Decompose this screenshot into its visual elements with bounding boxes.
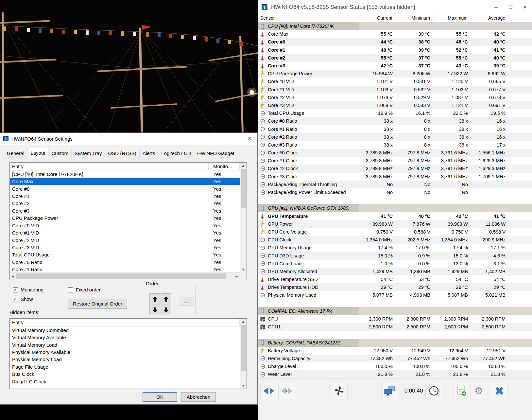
- sensor-row-package-ring-thermal-throttling[interactable]: Package/Ring Thermal ThrottlingNoNoNo: [258, 181, 532, 188]
- column-sensor[interactable]: Sensor: [258, 14, 359, 22]
- hidden-item-virtual-memory-available[interactable]: Virtual Memory Available: [10, 334, 240, 341]
- sensor-row-core-max[interactable]: Core Max55 °C39 °C55 °C42 °C: [258, 30, 532, 38]
- scroll-up-icon[interactable]: ▲: [240, 319, 247, 324]
- move-top-button[interactable]: [161, 293, 171, 304]
- sensor-row-remaining-capacity[interactable]: Remaining Capacity77.452 Wh77.452 Wh77.4…: [258, 355, 532, 362]
- scroll-down-icon[interactable]: ▼: [240, 383, 247, 389]
- sensor-row-drive-temperature-hdd[interactable]: Drive Temperature HDD29 °C29 °C29 °C29 °…: [258, 283, 532, 291]
- column-entry[interactable]: Entry: [10, 319, 240, 326]
- scroll-up-icon[interactable]: ▲: [240, 163, 247, 168]
- move-bottom-button[interactable]: [161, 305, 171, 315]
- hidden-item-virtual-memory-load[interactable]: Virtual Memory Load: [10, 341, 240, 348]
- entry-item-core-1[interactable]: Core #1Yes: [10, 192, 240, 200]
- sensor-row-core-3-clock[interactable]: Core #3 Clock3,789.8 MHz797.8 MHz3,791.6…: [258, 173, 532, 181]
- report-button[interactable]: [453, 383, 470, 399]
- sensor-group-compal-ec-alienware-17-r4[interactable]: COMPAL EC: Alienware 17 R4: [258, 307, 532, 315]
- column-monitoring[interactable]: Monito...: [209, 163, 240, 170]
- ok-button[interactable]: OK: [143, 392, 177, 402]
- sensor-row-core-0[interactable]: Core #044 °C38 °C48 °C40 °C: [258, 38, 532, 46]
- restore-original-order-button[interactable]: Restore Original Order: [68, 299, 127, 309]
- hidden-item-ring-llc-clock[interactable]: Ring/LLC Clock: [10, 378, 240, 385]
- sensor-row-gpu-clock[interactable]: GPU Clock1,354.0 MHz202.5 MHz1,354.0 MHz…: [258, 236, 532, 244]
- sensor-row-physical-memory-used[interactable]: Physical Memory Used5,077 MB4,993 MB5,08…: [258, 291, 532, 299]
- sensor-row-core-2-clock[interactable]: Core #2 Clock3,789.8 MHz797.8 MHz3,791.6…: [258, 165, 532, 172]
- nav-back-forward-button[interactable]: [260, 383, 277, 399]
- entry-item-total-cpu-usage[interactable]: Total CPU UsageYes: [10, 251, 240, 258]
- sensor-row-total-cpu-usage[interactable]: Total CPU Usage19.9 %16.1 %22.0 %19.5 %: [258, 109, 532, 117]
- entry-item-core-2-vid[interactable]: Core #2 VIDYes: [10, 236, 240, 244]
- sensor-row-gpu-power[interactable]: GPU Power39.983 W7.876 W39.983 W11.096 W: [258, 220, 532, 228]
- sensor-row-core-3[interactable]: Core #342 °C37 °C43 °C39 °C: [258, 62, 532, 70]
- column-entry[interactable]: Entry: [10, 163, 209, 170]
- logging-clock-button[interactable]: [425, 383, 442, 399]
- sensor-row-gpu-temperature[interactable]: GPU Temperature41 °C40 °C42 °C41 °C: [258, 212, 532, 220]
- order-separator-button[interactable]: [179, 297, 194, 306]
- entry-list-vscrollbar[interactable]: ▲ ▼: [240, 163, 247, 272]
- move-down-button[interactable]: [149, 305, 160, 315]
- tab-custom[interactable]: Custom: [48, 149, 72, 158]
- hidden-list-vscrollbar[interactable]: ▲ ▼: [240, 319, 247, 389]
- entry-list[interactable]: Entry Monito... [CPU [#0]: Intel Core i7…: [9, 162, 247, 280]
- column-current[interactable]: Current: [359, 14, 396, 22]
- hidden-item-page-file-usage[interactable]: Page File Usage: [10, 363, 240, 370]
- entry-item-core-0-ratio[interactable]: Core #0 RatioYes: [10, 258, 240, 266]
- sensor-row-gpu-memory-allocated[interactable]: GPU Memory Allocated1,429 MB1,390 MB1,42…: [258, 268, 532, 275]
- column-maximum[interactable]: Maximum: [434, 14, 471, 22]
- dialog-close-button[interactable]: ✕: [244, 134, 256, 143]
- sensor-row-charge-level[interactable]: Charge Level100.0 %100.0 %100.0 %100.0 %: [258, 362, 532, 370]
- sensor-row-core-1[interactable]: Core #148 °C39 °C52 °C41 °C: [258, 46, 532, 54]
- sensor-row-core-1-clock[interactable]: Core #1 Clock3,789.8 MHz797.8 MHz3,791.6…: [258, 157, 532, 165]
- tab-general[interactable]: General: [4, 149, 27, 158]
- column-minimum[interactable]: Minimum: [396, 14, 434, 22]
- sensor-row-cpu-package-power[interactable]: CPU Package Power15.984 W8.206 W17.922 W…: [258, 70, 532, 78]
- hidden-item-physical-memory-load[interactable]: Physical Memory Load: [10, 356, 240, 363]
- hidden-item-physical-memory-available[interactable]: Physical Memory Available: [10, 348, 240, 356]
- sensor-row-core-2-ratio[interactable]: Core #2 Ratio38 x8 x38 x16 x: [258, 133, 532, 141]
- sensor-row-gpu1[interactable]: GPU12,500 RPM2,500 RPM2,500 RPM2,500 RPM: [258, 323, 532, 331]
- sensor-row-core-0-clock[interactable]: Core #0 Clock3,789.8 MHz797.8 MHz3,791.6…: [258, 149, 532, 157]
- fixed-order-checkbox[interactable]: Fixed order: [68, 287, 101, 292]
- sensor-row-battery-voltage[interactable]: Battery Voltage12.950 V12.949 V12.954 V1…: [258, 347, 532, 355]
- entry-item-core-3-vid[interactable]: Core #3 VIDYes: [10, 244, 240, 251]
- sensor-row-core-3-ratio[interactable]: Core #3 Ratio38 x8 x38 x17 x: [258, 141, 532, 149]
- entry-item-core-max[interactable]: Core MaxYes: [10, 178, 240, 185]
- cancel-button[interactable]: Abbrechen: [181, 392, 216, 402]
- settings-button[interactable]: ⚙: [470, 383, 487, 399]
- remote-sensors-button[interactable]: [381, 383, 398, 399]
- entry-item-core-3[interactable]: Core #3Yes: [10, 207, 240, 214]
- sensor-row-cpu[interactable]: CPU2,300 RPM2,300 RPM2,300 RPM2,300 RPM: [258, 315, 532, 323]
- sensor-row-gpu-d3d-usage[interactable]: GPU D3D Usage15.0 %0.9 %15.0 %4.6 %: [258, 252, 532, 259]
- show-checkbox[interactable]: ✓ Show: [13, 296, 33, 302]
- tab-system-tray[interactable]: System Tray: [71, 149, 105, 158]
- hidden-item-virtual-memory-commited[interactable]: Virtual Memory Commited: [10, 326, 240, 334]
- sensor-row-core-0-ratio[interactable]: Core #0 Ratio38 x8 x38 x16 x: [258, 117, 532, 125]
- minimize-button[interactable]: [489, 2, 503, 12]
- sensor-row-gpu-memory-usage[interactable]: GPU Memory Usage17.4 %17.0 %17.4 %17.1 %: [258, 244, 532, 252]
- tab-alerts[interactable]: Alerts: [139, 149, 158, 158]
- close-sensors-button[interactable]: [491, 383, 508, 399]
- tab-osd-rtss[interactable]: OSD (RTSS): [105, 149, 139, 158]
- sensor-group-gpu-1-nvidia-geforce-gtx-1080[interactable]: GPU [#1]: NVIDIA GeForce GTX 1080:: [258, 204, 532, 212]
- sensor-row-core-0-vid[interactable]: Core #0 VID1.101 V0.531 V1.125 V0.665 V: [258, 78, 532, 85]
- entry-item-core-0-vid[interactable]: Core #0 VIDYes: [10, 222, 240, 229]
- sensor-row-gpu-core-load[interactable]: GPU Core Load1.0 %0.0 %13.0 %3.1 %: [258, 260, 532, 268]
- sensor-row-package-ring-power-limit-exceeded[interactable]: Package/Ring Power Limit ExceededNoNoNo: [258, 188, 532, 196]
- entry-item-core-2[interactable]: Core #2Yes: [10, 200, 240, 207]
- move-up-button[interactable]: [149, 293, 160, 304]
- sensor-group-cpu-0-intel-core-i7-7820hk[interactable]: CPU [#0]: Intel Core i7-7820HK: [258, 22, 532, 30]
- sensor-row-core-1-vid[interactable]: Core #1 VID1.103 V0.532 V1.103 V0.677 V: [258, 86, 532, 94]
- column-average[interactable]: Average: [471, 14, 509, 22]
- maximize-button[interactable]: [503, 2, 518, 12]
- entry-item-cpu-0-intel-core-i7-7820hk[interactable]: [CPU [#0]: Intel Core i7-7820HK]Yes: [10, 170, 240, 178]
- entry-item-core-1-vid[interactable]: Core #1 VIDYes: [10, 229, 240, 236]
- tab-logitech-lcd[interactable]: Logitech LCD: [158, 149, 194, 158]
- scroll-right-icon[interactable]: ▶: [234, 273, 240, 280]
- scrollbar-thumb[interactable]: [241, 325, 246, 371]
- sensor-row-drive-temperature-ssd[interactable]: Drive Temperature SSD54 °C53 °C54 °C54 °…: [258, 275, 532, 283]
- window-close-button[interactable]: ✕: [518, 2, 532, 12]
- entry-item-cpu-package-power[interactable]: CPU Package PowerYes: [10, 215, 240, 222]
- scroll-left-icon[interactable]: ◀: [10, 273, 16, 280]
- sensor-row-gpu-core-voltage[interactable]: GPU Core Voltage0.750 V0.588 V0.750 V0.5…: [258, 228, 532, 236]
- entry-item-core-1-ratio[interactable]: Core #1 RatioYes: [10, 266, 240, 272]
- scroll-down-icon[interactable]: ▼: [240, 267, 247, 272]
